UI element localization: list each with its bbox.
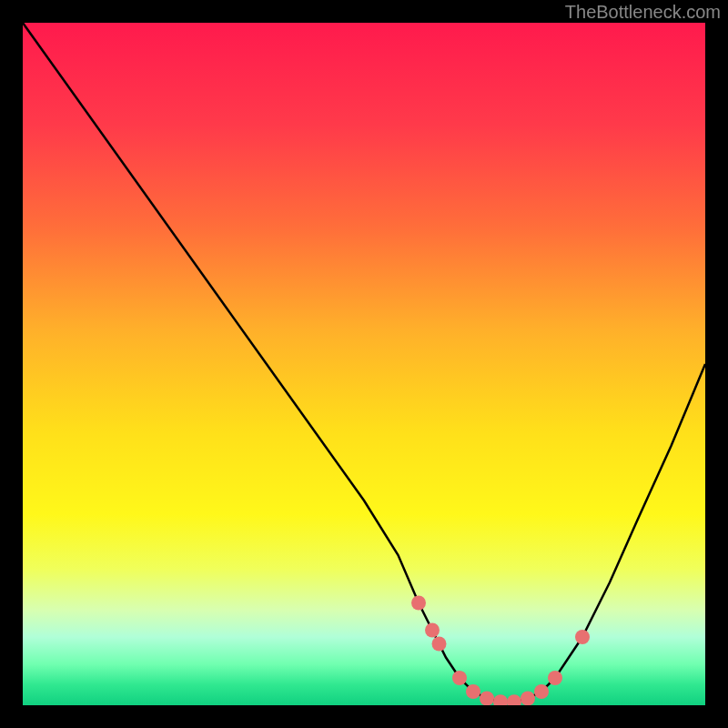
curve-marker: [521, 692, 535, 706]
curve-marker: [493, 694, 508, 705]
curve-marker: [507, 694, 521, 705]
chart-plot-area: [23, 23, 705, 705]
curve-marker: [466, 684, 480, 699]
curve-marker: [480, 692, 494, 706]
curve-marker: [575, 630, 590, 644]
curve-marker: [411, 596, 426, 611]
curve-marker: [548, 671, 562, 685]
curve-marker: [432, 637, 447, 652]
curve-marker: [452, 671, 467, 685]
curve-markers: [411, 596, 590, 706]
curve-layer: [23, 23, 705, 705]
watermark-text: TheBottleneck.com: [565, 2, 721, 23]
curve-marker: [425, 623, 440, 638]
curve-marker: [534, 684, 549, 699]
bottleneck-curve: [23, 23, 705, 702]
